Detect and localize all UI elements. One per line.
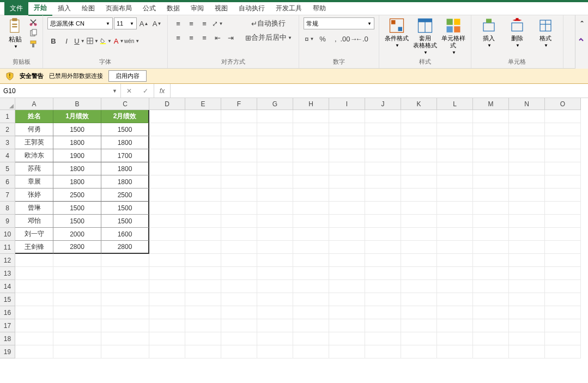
- underline-button[interactable]: U▼: [74, 35, 86, 47]
- column-header-H[interactable]: H: [293, 98, 329, 110]
- column-header-N[interactable]: N: [509, 98, 545, 110]
- row-header-2[interactable]: 2: [0, 123, 15, 136]
- cell-D12[interactable]: [149, 254, 185, 267]
- cell-I5[interactable]: [329, 162, 365, 175]
- cell-F13[interactable]: [221, 267, 257, 280]
- cell-I6[interactable]: [329, 175, 365, 189]
- cell-L2[interactable]: [437, 123, 473, 136]
- cell-J6[interactable]: [365, 175, 401, 189]
- cell-I4[interactable]: [329, 149, 365, 162]
- cell-N9[interactable]: [509, 215, 545, 228]
- cell-B3[interactable]: 1800: [53, 136, 101, 149]
- align-top-button[interactable]: ≡: [172, 17, 184, 29]
- align-right-button[interactable]: ≡: [198, 32, 210, 44]
- cell-F16[interactable]: [221, 306, 257, 319]
- cell-A10[interactable]: 刘一守: [15, 228, 53, 241]
- cell-I10[interactable]: [329, 228, 365, 241]
- cell-L1[interactable]: [437, 110, 473, 123]
- align-left-button[interactable]: ≡: [172, 32, 184, 44]
- cell-G3[interactable]: [257, 136, 293, 149]
- cell-C8[interactable]: 1500: [101, 202, 149, 215]
- cell-G19[interactable]: [257, 345, 293, 358]
- row-header-10[interactable]: 10: [0, 228, 15, 241]
- cell-N14[interactable]: [509, 280, 545, 293]
- cell-L3[interactable]: [437, 136, 473, 149]
- insert-cells-button[interactable]: 插入▼: [476, 17, 502, 48]
- cell-G1[interactable]: [257, 110, 293, 123]
- cell-N10[interactable]: [509, 228, 545, 241]
- cell-C7[interactable]: 2500: [101, 189, 149, 202]
- cell-F1[interactable]: [221, 110, 257, 123]
- row-header-17[interactable]: 17: [0, 319, 15, 332]
- cell-L12[interactable]: [437, 254, 473, 267]
- cell-O16[interactable]: [545, 306, 581, 319]
- cell-M4[interactable]: [473, 149, 509, 162]
- cell-O7[interactable]: [545, 189, 581, 202]
- cell-L18[interactable]: [437, 332, 473, 345]
- cell-C10[interactable]: 1600: [101, 228, 149, 241]
- cell-K8[interactable]: [401, 202, 437, 215]
- cell-B1[interactable]: 1月绩效: [53, 110, 101, 123]
- cell-O18[interactable]: [545, 332, 581, 345]
- cell-N4[interactable]: [509, 149, 545, 162]
- cell-C12[interactable]: [101, 254, 149, 267]
- cell-D13[interactable]: [149, 267, 185, 280]
- cell-C1[interactable]: 2月绩效: [101, 110, 149, 123]
- format-painter-button[interactable]: [28, 39, 38, 49]
- cell-O13[interactable]: [545, 267, 581, 280]
- column-header-F[interactable]: F: [221, 98, 257, 110]
- cell-B7[interactable]: 2500: [53, 189, 101, 202]
- cell-O19[interactable]: [545, 345, 581, 358]
- cell-A11[interactable]: 王剑锋: [15, 241, 53, 254]
- cell-J14[interactable]: [365, 280, 401, 293]
- cell-B14[interactable]: [53, 280, 101, 293]
- cell-B18[interactable]: [53, 332, 101, 345]
- cell-H9[interactable]: [293, 215, 329, 228]
- currency-button[interactable]: ¤▼: [304, 33, 316, 45]
- cell-M18[interactable]: [473, 332, 509, 345]
- cell-D18[interactable]: [149, 332, 185, 345]
- cell-E4[interactable]: [185, 149, 221, 162]
- cell-O3[interactable]: [545, 136, 581, 149]
- cell-F14[interactable]: [221, 280, 257, 293]
- cell-J16[interactable]: [365, 306, 401, 319]
- cell-D3[interactable]: [149, 136, 185, 149]
- cell-G11[interactable]: [257, 241, 293, 254]
- cell-O9[interactable]: [545, 215, 581, 228]
- column-header-O[interactable]: O: [545, 98, 581, 110]
- cell-O14[interactable]: [545, 280, 581, 293]
- cell-D6[interactable]: [149, 175, 185, 189]
- cell-E2[interactable]: [185, 123, 221, 136]
- tab-review[interactable]: 审阅: [185, 2, 209, 15]
- cell-O1[interactable]: [545, 110, 581, 123]
- tab-help[interactable]: 帮助: [307, 2, 331, 15]
- decrease-font-button[interactable]: A▼: [151, 17, 163, 29]
- cell-M5[interactable]: [473, 162, 509, 175]
- cell-B2[interactable]: 1500: [53, 123, 101, 136]
- cell-F2[interactable]: [221, 123, 257, 136]
- cell-D7[interactable]: [149, 189, 185, 202]
- cell-N6[interactable]: [509, 175, 545, 189]
- cell-H10[interactable]: [293, 228, 329, 241]
- cell-D17[interactable]: [149, 319, 185, 332]
- cell-I2[interactable]: [329, 123, 365, 136]
- cell-C6[interactable]: 1800: [101, 175, 149, 189]
- cell-M19[interactable]: [473, 345, 509, 358]
- cell-G16[interactable]: [257, 306, 293, 319]
- cell-A2[interactable]: 何勇: [15, 123, 53, 136]
- cell-J8[interactable]: [365, 202, 401, 215]
- cell-G7[interactable]: [257, 189, 293, 202]
- cell-N15[interactable]: [509, 293, 545, 306]
- column-header-G[interactable]: G: [257, 98, 293, 110]
- cell-D5[interactable]: [149, 162, 185, 175]
- cell-E16[interactable]: [185, 306, 221, 319]
- cell-N12[interactable]: [509, 254, 545, 267]
- cell-D1[interactable]: [149, 110, 185, 123]
- cell-L15[interactable]: [437, 293, 473, 306]
- cell-L6[interactable]: [437, 175, 473, 189]
- cell-O8[interactable]: [545, 202, 581, 215]
- cell-C3[interactable]: 1800: [101, 136, 149, 149]
- cell-A17[interactable]: [15, 319, 53, 332]
- phonetic-button[interactable]: wén▼: [126, 35, 138, 47]
- cell-N5[interactable]: [509, 162, 545, 175]
